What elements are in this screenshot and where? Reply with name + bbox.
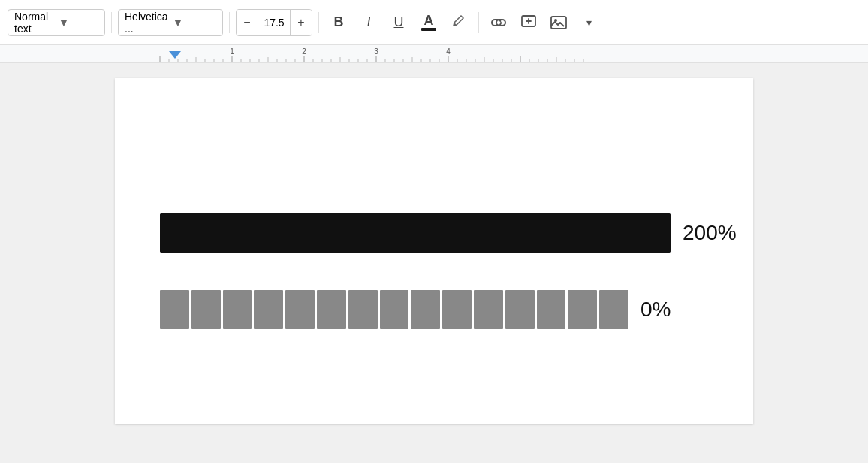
font-size-input[interactable] bbox=[258, 9, 291, 36]
insert-comment-icon bbox=[520, 14, 537, 31]
segment bbox=[537, 290, 566, 329]
segment bbox=[505, 290, 535, 329]
segment bbox=[599, 290, 628, 329]
progress-label-1: 200% bbox=[683, 221, 750, 245]
ruler-canvas bbox=[0, 45, 868, 63]
segment bbox=[254, 290, 283, 329]
document-page: 200% 0% bbox=[115, 78, 753, 424]
pencil-icon bbox=[451, 15, 466, 30]
italic-button[interactable]: I bbox=[355, 9, 382, 36]
segment bbox=[160, 290, 189, 329]
link-button[interactable] bbox=[485, 9, 512, 36]
top-spacer bbox=[160, 123, 708, 213]
document-area: 200% 0% bbox=[0, 63, 868, 439]
image-icon bbox=[550, 15, 567, 30]
progress-label-2: 0% bbox=[640, 298, 708, 322]
font-arrow: ▼ bbox=[173, 17, 216, 29]
progress-bar-1-fill bbox=[160, 213, 671, 253]
segment bbox=[474, 290, 503, 329]
text-color-button[interactable]: A bbox=[415, 9, 442, 36]
separator-2 bbox=[229, 12, 230, 33]
underline-button[interactable]: U bbox=[385, 9, 412, 36]
highlight-button[interactable] bbox=[445, 9, 472, 36]
segment bbox=[285, 290, 315, 329]
segment bbox=[348, 290, 378, 329]
font-size-increase-button[interactable]: + bbox=[291, 9, 312, 36]
ruler bbox=[0, 45, 868, 63]
font-size-control: − + bbox=[236, 9, 312, 36]
progress-bar-1-track bbox=[160, 213, 671, 253]
segment bbox=[568, 290, 597, 329]
segment bbox=[191, 290, 221, 329]
segment bbox=[380, 290, 409, 329]
segment bbox=[223, 290, 252, 329]
more-options-button[interactable]: ▾ bbox=[575, 9, 602, 36]
segment bbox=[411, 290, 440, 329]
toolbar: Normal text ▼ Helvetica ... ▼ − + B I U … bbox=[0, 0, 868, 45]
separator-4 bbox=[478, 12, 479, 33]
segmented-bar bbox=[160, 290, 628, 329]
text-color-letter: A bbox=[424, 14, 434, 27]
text-style-dropdown[interactable]: Normal text ▼ bbox=[8, 9, 105, 36]
progress-row-2: 0% bbox=[160, 290, 708, 329]
text-style-label: Normal text bbox=[14, 11, 54, 35]
font-size-decrease-button[interactable]: − bbox=[237, 9, 258, 36]
separator-1 bbox=[111, 12, 112, 33]
chevron-down-icon: ▾ bbox=[586, 17, 592, 29]
progress-bar-1-container bbox=[160, 213, 671, 253]
segment bbox=[317, 290, 346, 329]
link-icon bbox=[490, 16, 507, 29]
text-color-bar bbox=[421, 28, 436, 31]
font-label: Helvetica ... bbox=[125, 11, 168, 35]
separator-3 bbox=[318, 12, 319, 33]
insert-comment-button[interactable] bbox=[515, 9, 542, 36]
font-dropdown[interactable]: Helvetica ... ▼ bbox=[118, 9, 223, 36]
image-button[interactable] bbox=[545, 9, 572, 36]
progress-row-1: 200% bbox=[160, 213, 708, 253]
segment bbox=[442, 290, 472, 329]
bold-button[interactable]: B bbox=[325, 9, 352, 36]
text-style-arrow: ▼ bbox=[59, 17, 98, 29]
